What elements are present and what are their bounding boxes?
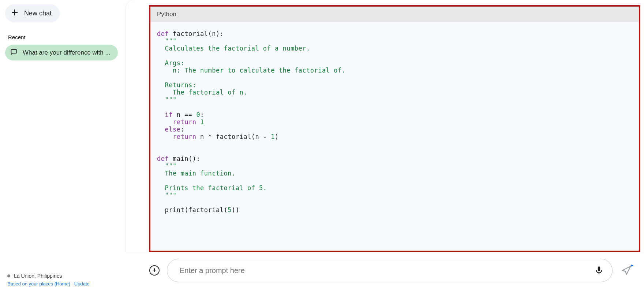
- plus-circle-icon: [151, 267, 157, 274]
- sparkle-icon: ✦: [630, 263, 634, 269]
- chat-icon: [10, 48, 18, 57]
- sidebar-item-label: What are your difference with ...: [23, 49, 111, 56]
- location-sub-link[interactable]: Based on your places (Home) · Update: [7, 281, 119, 287]
- content-area: Python def factorial(n): """ Calculates …: [126, 0, 644, 252]
- location-row: La Union, Philippines: [7, 273, 119, 279]
- location-text: La Union, Philippines: [14, 273, 62, 279]
- sidebar-footer: La Union, Philippines Based on your plac…: [5, 273, 121, 288]
- recent-label: Recent: [5, 34, 121, 40]
- new-chat-label: New chat: [24, 10, 52, 17]
- main-area: Python def factorial(n): """ Calculates …: [126, 0, 644, 288]
- code-body: def factorial(n): """ Calculates the fac…: [150, 22, 639, 222]
- prompt-input-wrap: [167, 259, 613, 282]
- code-language-label: Python: [150, 7, 639, 22]
- sidebar: New chat Recent What are your difference…: [0, 0, 126, 288]
- send-button[interactable]: ✦: [620, 264, 633, 277]
- prompt-input[interactable]: [180, 266, 594, 275]
- prompt-bar: ✦: [126, 252, 644, 288]
- location-dot-icon: [7, 274, 10, 277]
- microphone-icon[interactable]: [594, 265, 604, 276]
- add-button[interactable]: [149, 265, 160, 276]
- new-chat-button[interactable]: New chat: [5, 4, 60, 22]
- code-block: Python def factorial(n): """ Calculates …: [149, 5, 640, 252]
- sidebar-item-recent-0[interactable]: What are your difference with ...: [5, 45, 118, 60]
- plus-icon: [10, 8, 19, 19]
- svg-rect-2: [11, 49, 17, 53]
